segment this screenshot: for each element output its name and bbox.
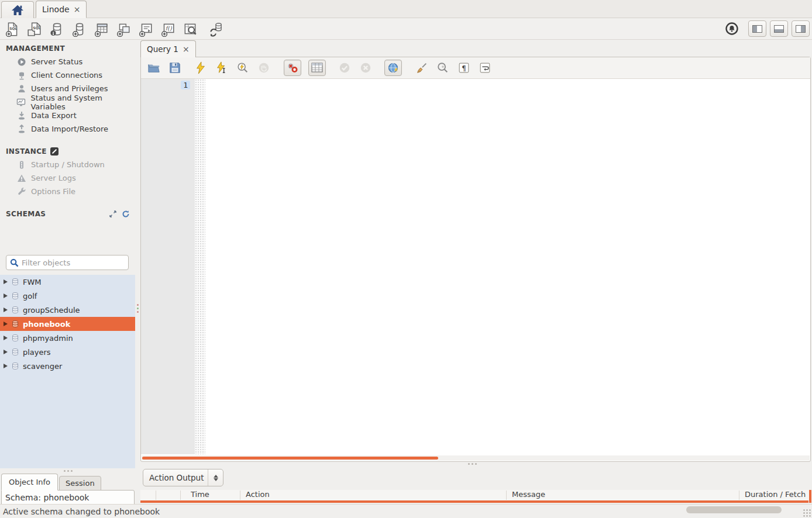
main-toolbar: SQL SQL [0, 19, 812, 40]
sidebar-item-data-import[interactable]: Data Import/Restore [0, 122, 136, 136]
schema-item-players[interactable]: players [0, 345, 135, 359]
sidebar-item-status-system-variables[interactable]: Status and System Variables [0, 95, 136, 109]
connection-tab-linode[interactable]: Linode × [36, 1, 87, 18]
management-section-header: MANAGEMENT [0, 40, 136, 55]
execute-current-icon [215, 61, 228, 74]
reconnect-dbms-button[interactable] [207, 20, 225, 38]
expander-icon[interactable] [4, 350, 8, 354]
management-title: MANAGEMENT [6, 44, 65, 53]
create-function-button[interactable]: f() [159, 20, 177, 38]
svg-text:¶: ¶ [462, 64, 466, 72]
open-sql-file-button[interactable] [147, 61, 161, 75]
schema-label: scavenger [23, 362, 62, 371]
close-query-tab-icon[interactable]: × [183, 44, 190, 54]
svg-text:SQL: SQL [9, 26, 17, 30]
column-header-duration[interactable]: Duration / Fetch [745, 490, 810, 499]
output-horizontal-scrollbar-thumb[interactable] [686, 506, 782, 513]
editor-horizontal-scrollbar-thumb[interactable] [142, 457, 438, 460]
create-schema-button[interactable] [70, 20, 88, 38]
vertical-splitter[interactable] [136, 40, 140, 504]
sql-editor-text-area[interactable]: 1 [141, 79, 810, 454]
filter-objects-input[interactable] [22, 258, 125, 267]
window-resize-grip[interactable] [803, 509, 811, 517]
output-selector[interactable]: Action Output [143, 469, 223, 486]
status-message: Active schema changed to phonebook [3, 507, 160, 516]
schema-filter-box [6, 255, 129, 270]
query-tab[interactable]: Query 1 × [140, 40, 196, 57]
create-view-icon [116, 22, 131, 37]
expander-icon[interactable] [4, 322, 8, 326]
execute-icon [194, 61, 207, 74]
rollback-button[interactable] [359, 61, 373, 75]
toggle-right-sidebar-button[interactable] [792, 20, 810, 37]
expander-icon[interactable] [4, 279, 8, 284]
refresh-icon[interactable] [122, 210, 130, 218]
home-tab[interactable] [1, 1, 34, 18]
sidebar-item-server-logs[interactable]: Server Logs [0, 171, 136, 185]
search-table-data-button[interactable] [181, 20, 199, 38]
expand-panel-icon[interactable] [109, 210, 117, 218]
open-sql-script-icon: SQL [27, 22, 42, 37]
search-icon [10, 258, 19, 267]
output-splitter-grip[interactable] [468, 463, 477, 465]
column-header-action[interactable]: Action [246, 490, 270, 499]
create-table-button[interactable] [92, 20, 110, 38]
toggle-left-sidebar-button[interactable] [748, 20, 766, 37]
code-folding-strip [195, 79, 205, 454]
open-sql-script-button[interactable]: SQL [26, 20, 43, 38]
beautify-button[interactable] [415, 61, 429, 75]
startup-shutdown-icon [16, 160, 26, 170]
schemas-section-header: SCHEMAS [0, 206, 136, 220]
sidebar-item-server-status[interactable]: Server Status [0, 55, 136, 68]
execute-current-button[interactable] [215, 61, 229, 75]
expander-icon[interactable] [4, 293, 8, 298]
output-selector-value: Action Output [143, 473, 208, 482]
schema-item-scavenger[interactable]: scavenger [0, 359, 135, 373]
toggle-stop-on-error-button[interactable] [284, 60, 301, 76]
show-invisibles-button[interactable]: ¶ [457, 61, 471, 75]
create-procedure-icon [138, 22, 153, 37]
expander-icon[interactable] [4, 308, 8, 312]
export-download-icon [16, 111, 26, 120]
sidebar-item-startup-shutdown[interactable]: Startup / Shutdown [0, 158, 136, 171]
execute-button[interactable] [194, 61, 208, 75]
explain-button[interactable] [236, 61, 250, 75]
column-header-message[interactable]: Message [512, 490, 545, 499]
expander-icon[interactable] [4, 336, 8, 340]
database-icon [11, 306, 19, 314]
wrap-text-button[interactable] [478, 61, 492, 75]
create-procedure-button[interactable] [137, 20, 154, 38]
database-icon [11, 334, 19, 342]
toggle-bottom-panel-button[interactable] [770, 20, 788, 37]
bell-notification-icon[interactable] [725, 22, 739, 36]
close-tab-icon[interactable]: × [74, 5, 81, 14]
tab-object-info[interactable]: Object Info [1, 474, 58, 491]
new-sql-script-button[interactable]: SQL [4, 20, 21, 38]
open-file-icon [147, 61, 160, 74]
create-view-button[interactable] [115, 20, 132, 38]
schema-label: phonebook [23, 320, 70, 329]
output-selector-stepper[interactable] [208, 469, 223, 486]
schema-item-golf[interactable]: golf [0, 289, 135, 303]
schema-item-groupschedule[interactable]: groupSchedule [0, 303, 135, 317]
stop-button[interactable] [257, 61, 271, 75]
find-button[interactable] [436, 61, 450, 75]
schema-item-fwm[interactable]: FWM [0, 275, 135, 289]
toggle-autocommit-button[interactable] [384, 60, 402, 76]
limit-rows-button[interactable] [308, 60, 326, 76]
sidebar-splitter-grip[interactable] [61, 470, 75, 473]
schema-item-phpmyadmin[interactable]: phpmyadmin [0, 331, 135, 345]
editor-horizontal-scrollbar[interactable] [142, 455, 810, 461]
save-script-button[interactable] [168, 61, 182, 75]
schema-tree: FWM golf groupSchedule phonebook phpmyad [0, 275, 135, 468]
schema-inspector-button[interactable] [48, 20, 66, 38]
sidebar-item-client-connections[interactable]: Client Connections [0, 68, 136, 82]
sidebar-item-label: Options File [31, 187, 75, 196]
sidebar-item-options-file[interactable]: Options File [0, 185, 136, 198]
column-header-time[interactable]: Time [191, 490, 209, 499]
schema-item-phonebook-selected[interactable]: phonebook [0, 317, 135, 331]
expander-icon[interactable] [4, 364, 8, 368]
save-icon [168, 61, 181, 74]
commit-button[interactable] [338, 61, 352, 75]
tab-session[interactable]: Session [59, 476, 101, 491]
